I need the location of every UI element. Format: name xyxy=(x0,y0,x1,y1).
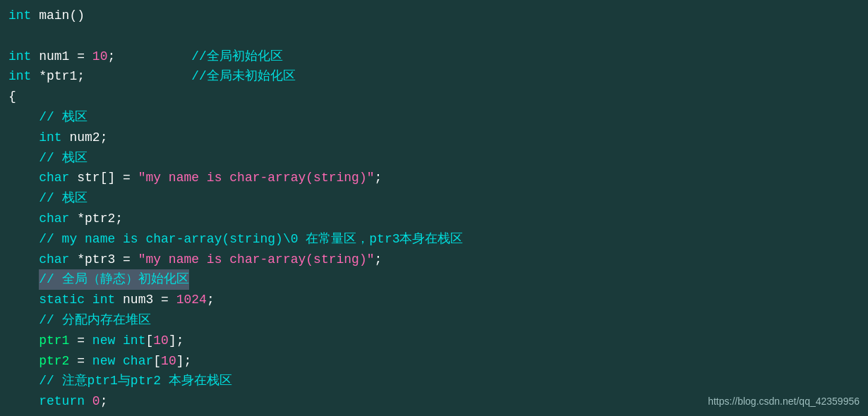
keyword-int: int xyxy=(8,6,31,26)
code-line-9: char str[] = "my name is char-array(stri… xyxy=(8,168,860,188)
code-line-7: int num2; xyxy=(8,128,860,148)
code-line-13: char *ptr3 = "my name is char-array(stri… xyxy=(8,250,860,270)
highlighted-comment: // 全局（静态）初始化区 xyxy=(39,269,188,290)
code-line-16: // 分配内存在堆区 xyxy=(8,310,860,331)
code-line-19: // 注意ptr1与ptr2 本身在栈区 xyxy=(8,371,860,391)
code-line-11: char *ptr2; xyxy=(8,209,860,229)
watermark: https://blog.csdn.net/qq_42359956 xyxy=(708,393,860,409)
code-line-8: // 栈区 xyxy=(8,148,860,169)
code-line-6: // 栈区 xyxy=(8,107,860,128)
code-line-15: static int num3 = 1024; xyxy=(8,290,860,310)
code-line-14: // 全局（静态）初始化区 xyxy=(8,269,860,290)
code-line-12: // my name is char-array(string)\0 在常量区，… xyxy=(8,229,860,250)
code-line-18: ptr2 = new char[10]; xyxy=(8,351,860,372)
code-line-17: ptr1 = new int[10]; xyxy=(8,331,860,351)
code-line-10: // 栈区 xyxy=(8,188,860,209)
code-line-1: int main() xyxy=(8,6,860,26)
code-line-5: { xyxy=(8,87,860,107)
code-line-21: } xyxy=(8,412,860,416)
code-line-3: int num1 = 10; //全局初始化区 xyxy=(8,47,860,67)
code-editor: int main() int num1 = 10; //全局初始化区 int *… xyxy=(0,0,868,416)
code-line-4: int *ptr1; //全局未初始化区 xyxy=(8,66,860,87)
code-line-2 xyxy=(8,26,860,47)
